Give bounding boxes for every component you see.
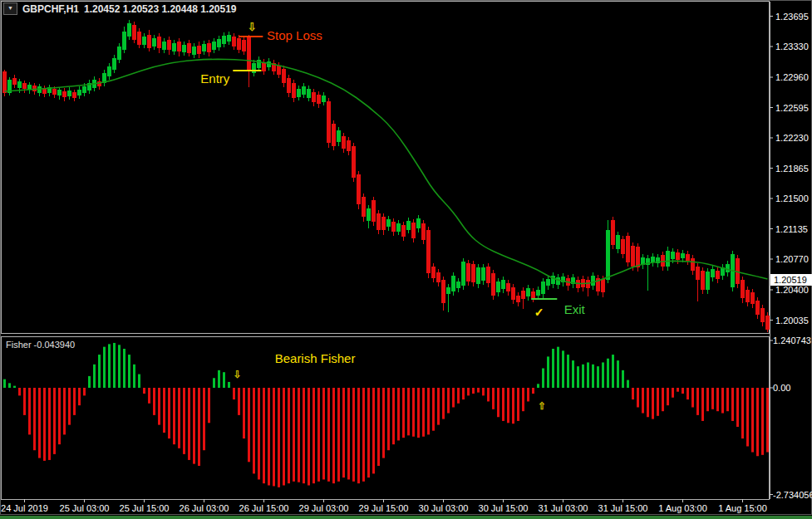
- time-scale[interactable]: 24 Jul 201925 Jul 03:0025 Jul 15:0026 Ju…: [1, 499, 767, 513]
- svg-text:1 Aug 15:00: 1 Aug 15:00: [718, 503, 767, 513]
- svg-text:1.21865: 1.21865: [775, 164, 809, 174]
- svg-text:25 Jul 15:00: 25 Jul 15:00: [120, 503, 170, 513]
- svg-text:29 Jul 03:00: 29 Jul 03:00: [299, 503, 349, 513]
- svg-text:25 Jul 03:00: 25 Jul 03:00: [60, 503, 110, 513]
- moving-average-line: [5, 59, 768, 283]
- svg-text:1.20035: 1.20035: [775, 316, 809, 326]
- svg-text:30 Jul 03:00: 30 Jul 03:00: [419, 503, 469, 513]
- svg-text:1.20400: 1.20400: [775, 285, 809, 295]
- svg-text:1.22960: 1.22960: [775, 72, 809, 82]
- candlestick-series: [2, 20, 770, 332]
- entry-label: Entry: [200, 71, 230, 86]
- fisher-buy-arrow-icon: ⇧: [538, 400, 546, 412]
- svg-text:26 Jul 15:00: 26 Jul 15:00: [239, 503, 289, 513]
- trade-annotations[interactable]: Stop Loss⇩EntryExit✓Bearish Fisher⇩⇧: [200, 21, 585, 412]
- svg-text:1.20770: 1.20770: [775, 254, 809, 264]
- svg-text:1.240743: 1.240743: [773, 335, 811, 345]
- svg-text:1.23695: 1.23695: [775, 12, 809, 22]
- svg-text:26 Jul 03:00: 26 Jul 03:00: [180, 503, 229, 513]
- indicator-name-label: Fisher -0.043940: [6, 340, 75, 350]
- svg-text:31 Jul 15:00: 31 Jul 15:00: [598, 503, 648, 513]
- exit-label: Exit: [564, 302, 586, 316]
- svg-text:-2.734056: -2.734056: [773, 490, 812, 500]
- svg-text:1.21500: 1.21500: [775, 193, 809, 203]
- svg-text:1 Aug 03:00: 1 Aug 03:00: [658, 503, 707, 513]
- svg-text:29 Jul 15:00: 29 Jul 15:00: [359, 503, 409, 513]
- symbol-header: ▼ GBPCHF,H1 1.20452 1.20523 1.20448 1.20…: [3, 2, 237, 15]
- svg-text:31 Jul 03:00: 31 Jul 03:00: [539, 503, 588, 513]
- exit-checkmark-icon: ✓: [534, 306, 544, 319]
- svg-text:0.00: 0.00: [773, 383, 790, 393]
- chart-canvas[interactable]: 1.236951.233301.229601.225951.222301.218…: [0, 0, 812, 519]
- chart-window: 1.236951.233301.229601.225951.222301.218…: [0, 0, 812, 519]
- fisher-sell-arrow-icon: ⇩: [234, 369, 242, 380]
- svg-text:1.23330: 1.23330: [775, 42, 809, 51]
- bottom-border-strip: [0, 516, 812, 519]
- fisher-histogram: [3, 343, 769, 487]
- svg-text:1.22230: 1.22230: [775, 133, 809, 143]
- bearish-fisher-label: Bearish Fisher: [275, 351, 356, 365]
- svg-text:30 Jul 15:00: 30 Jul 15:00: [479, 503, 529, 513]
- svg-text:1.22595: 1.22595: [775, 103, 809, 113]
- svg-text:1.21135: 1.21135: [775, 224, 808, 234]
- symbol-label: GBPCHF,H1: [22, 3, 79, 15]
- symbol-dropdown-button[interactable]: ▼: [3, 2, 17, 15]
- svg-text:1.20519: 1.20519: [774, 275, 807, 285]
- stop-loss-label: Stop Loss: [267, 28, 322, 42]
- price-scale[interactable]: 1.236951.233301.229601.225951.222301.218…: [770, 2, 812, 500]
- ohlc-readout: 1.20452 1.20523 1.20448 1.20519: [84, 3, 237, 15]
- sell-arrow-icon: ⇩: [248, 21, 257, 33]
- svg-text:24 Jul 2019: 24 Jul 2019: [1, 503, 48, 513]
